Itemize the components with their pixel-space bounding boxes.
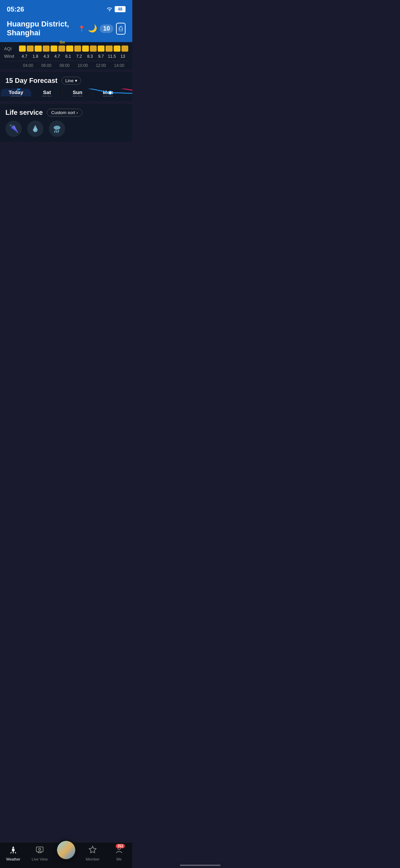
wind-values: 4.7 1.8 4.3 4.7 6.1 7.2 8.3 9.7 11.5 13 [19, 54, 128, 59]
status-bar: 05:26 48 [0, 0, 132, 17]
share-icon[interactable]: ⎙ [116, 23, 126, 35]
life-icon-rain [49, 121, 65, 137]
wind-val-3: 4.7 [52, 54, 63, 59]
life-icons-row: 🌂 [5, 116, 127, 137]
location-section: Huangpu District, Shanghai [7, 20, 78, 37]
forecast-col-today: Today 02/28 Fog 🌤 19° 10° 🌙 Sunny ESE 15… [1, 89, 31, 96]
forecast-section: 15 Day Forecast Line ▾ Today 02/28 Fog 🌤… [0, 72, 132, 101]
day-mon: Mon [103, 89, 113, 95]
aqi-go-label: Go [60, 40, 65, 44]
forecast-scroll[interactable]: Today 02/28 Fog 🌤 19° 10° 🌙 Sunny ESE 15… [0, 89, 132, 96]
day-today: Today [8, 89, 23, 95]
forecast-title: 15 Day Forecast [5, 77, 57, 85]
wind-val-0: 4.7 [19, 54, 30, 59]
svg-line-1 [55, 130, 55, 132]
wind-val-6: 8.3 [84, 54, 95, 59]
time-4: 12:00 [96, 63, 106, 68]
forecast-header: 15 Day Forecast Line ▾ [0, 77, 132, 89]
wind-val-5: 7.2 [74, 54, 84, 59]
forecast-col-tue: Tue 03/04 Cloudy ⛅ 7° 5° ☁️ Overcast NW … [123, 89, 132, 96]
forecast-col-mon: Mon 03/03 Light Rain 🌧 12° 6° 🌧 Light Ra… [93, 89, 123, 96]
wind-label: Wind [4, 54, 19, 59]
date-mon: 03/03 [103, 95, 113, 96]
life-service-section: Life service Custom sort › 🌂 [0, 104, 132, 142]
chevron-down-icon: ▾ [75, 78, 77, 83]
time-0: 04:00 [23, 63, 33, 68]
aqi-bars [19, 46, 128, 52]
svg-line-3 [58, 130, 59, 132]
time-5: 14:00 [114, 63, 124, 68]
life-service-title: Life service [5, 109, 43, 116]
svg-point-0 [54, 126, 60, 130]
life-service-header: Life service Custom sort › [5, 109, 127, 116]
day-sat: Sat [43, 89, 51, 95]
wind-row: Wind 4.7 1.8 4.3 4.7 6.1 7.2 8.3 9.7 11.… [4, 54, 128, 59]
time-2: 08:00 [59, 63, 70, 68]
location-text: Huangpu District, Shanghai [7, 20, 78, 37]
wind-val-7: 9.7 [95, 54, 106, 59]
time-1: 06:00 [41, 63, 51, 68]
battery-icon: 48 [115, 6, 126, 12]
line-chart-button[interactable]: Line ▾ [61, 77, 81, 85]
aqi-row: AQI Go [4, 46, 128, 52]
date-sun: 03/02 [72, 95, 82, 96]
custom-sort-button[interactable]: Custom sort › [47, 109, 82, 116]
chevron-right-icon: › [76, 110, 78, 115]
wind-val-4: 6.1 [63, 54, 74, 59]
forecast-col-sun: Sun 03/02 Sunny ☀️ 27° 12° 🌙 Sunny S 8.6… [62, 89, 93, 96]
forecast-col-sat: Sat 03/01 Sunny ☀️ 24° 14° 🌙 Sunny S 15.… [32, 89, 62, 96]
life-icon-humidity [27, 121, 43, 137]
status-time: 05:26 [7, 5, 24, 13]
date-today: 02/28 [11, 95, 21, 96]
current-temp: 10 [100, 24, 113, 33]
moon-icon: 🌙 [88, 24, 97, 33]
wind-val-9: 13 [117, 54, 128, 59]
aqi-label: AQI [4, 46, 19, 51]
wind-val-1: 1.8 [30, 54, 41, 59]
svg-line-2 [56, 130, 57, 132]
life-icon-umbrella: 🌂 [5, 121, 22, 137]
aqi-wind-section: AQI Go Wind 4.7 [0, 42, 132, 69]
header: Huangpu District, Shanghai 📍 🌙 10 ⎙ [0, 17, 132, 42]
wifi-icon [107, 6, 113, 12]
status-icons: 48 [107, 6, 126, 12]
day-sun: Sun [73, 89, 82, 95]
forecast-table: Today 02/28 Fog 🌤 19° 10° 🌙 Sunny ESE 15… [0, 89, 132, 96]
date-sat: 03/01 [42, 95, 52, 96]
bottom-spacer [0, 142, 132, 172]
wind-val-8: 11.5 [107, 54, 117, 59]
pin-icon: 📍 [78, 25, 85, 32]
time-3: 10:00 [78, 63, 88, 68]
wind-val-2: 4.3 [41, 54, 52, 59]
time-row: 04:00 06:00 08:00 10:00 12:00 14:00 [4, 61, 128, 68]
